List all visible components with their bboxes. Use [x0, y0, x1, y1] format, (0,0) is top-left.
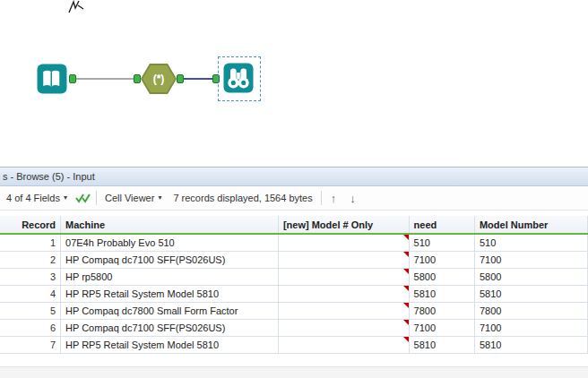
cell-warning-corner-icon	[403, 320, 409, 325]
record-number-cell[interactable]: 2	[0, 252, 61, 269]
need-cell[interactable]: 5800	[409, 269, 474, 286]
need-cell[interactable]: 7100	[409, 252, 474, 269]
model-only-cell[interactable]	[278, 320, 409, 337]
grid-header-row: RecordMachine[new] Model # OnlyneedModel…	[0, 216, 588, 234]
model-number-cell[interactable]: 510	[474, 234, 587, 252]
model-only-cell[interactable]	[278, 252, 409, 269]
machine-cell[interactable]: HP Compaq dc7800 Small Form Factor	[61, 303, 279, 320]
model-only-cell[interactable]	[278, 286, 409, 303]
regex-glyph: (*)	[143, 65, 175, 92]
binoculars-icon	[222, 62, 255, 94]
cell-viewer-label: Cell Viewer	[105, 193, 154, 203]
results-table: RecordMachine[new] Model # OnlyneedModel…	[0, 216, 588, 354]
column-header[interactable]: [new] Model # Only	[278, 216, 409, 234]
canvas-annotation-mark	[66, 0, 86, 13]
connection-input-regex[interactable]	[76, 78, 134, 80]
table-row[interactable]: 3HP rp580058005800	[0, 269, 588, 286]
fields-dropdown[interactable]: 4 of 4 Fields ▾	[3, 191, 71, 205]
model-only-cell[interactable]	[278, 269, 409, 286]
record-number-cell[interactable]: 3	[0, 269, 61, 286]
horizontal-scrollbar[interactable]	[0, 366, 588, 378]
model-number-cell[interactable]: 5810	[474, 337, 587, 354]
machine-cell[interactable]: HP RP5 Retail System Model 5810	[61, 286, 279, 303]
output-anchor[interactable]	[177, 74, 184, 83]
machine-cell[interactable]: HP Compaq dc7100 SFF(PS026US)	[61, 252, 279, 269]
records-info: 7 records displayed, 1564 bytes	[169, 193, 316, 203]
need-cell[interactable]: 7100	[409, 320, 474, 337]
model-number-cell[interactable]: 5800	[474, 269, 587, 286]
results-pane: s - Browse (5) - Input 4 of 4 Fields ▾ C…	[0, 167, 588, 378]
results-grid: RecordMachine[new] Model # OnlyneedModel…	[0, 216, 588, 354]
need-cell[interactable]: 7800	[409, 303, 474, 320]
record-number-cell[interactable]: 6	[0, 320, 61, 337]
machine-cell[interactable]: 07E4h Probably Evo 510	[61, 234, 279, 252]
model-only-cell[interactable]	[278, 234, 409, 252]
results-title: s - Browse (5) - Input	[3, 171, 95, 182]
toolbar-separator	[321, 191, 322, 205]
input-anchor[interactable]	[134, 74, 141, 83]
need-cell[interactable]: 5810	[409, 286, 474, 303]
chevron-down-icon: ▾	[158, 194, 161, 202]
need-cell[interactable]: 5810	[409, 337, 474, 354]
model-number-cell[interactable]: 7100	[474, 252, 587, 269]
column-header[interactable]: Record	[0, 216, 61, 234]
table-row[interactable]: 4HP RP5 Retail System Model 581058105810	[0, 286, 588, 303]
table-row[interactable]: 2HP Compaq dc7100 SFF(PS026US)71007100	[0, 252, 588, 269]
model-only-cell[interactable]	[278, 337, 409, 354]
record-number-cell[interactable]: 4	[0, 286, 61, 303]
connection-regex-browse-selected[interactable]	[184, 78, 212, 80]
cell-viewer-dropdown[interactable]: Cell Viewer ▾	[101, 191, 165, 205]
cell-warning-corner-icon	[403, 269, 409, 274]
table-row[interactable]: 6HP Compaq dc7100 SFF(PS026US)71007100	[0, 320, 588, 337]
table-row[interactable]: 107E4h Probably Evo 510510510	[0, 234, 588, 252]
column-header[interactable]: need	[409, 216, 474, 234]
machine-cell[interactable]: HP RP5 Retail System Model 5810	[61, 337, 279, 354]
model-number-cell[interactable]: 5810	[474, 286, 587, 303]
chevron-down-icon: ▾	[64, 194, 67, 202]
column-header[interactable]: Model Number	[474, 216, 587, 234]
grid-body: 107E4h Probably Evo 5105105102HP Compaq …	[0, 234, 588, 354]
cell-warning-corner-icon	[403, 303, 409, 308]
record-number-cell[interactable]: 5	[0, 303, 61, 320]
machine-cell[interactable]: HP Compaq dc7100 SFF(PS026US)	[61, 320, 279, 337]
results-toolbar: 4 of 4 Fields ▾ Cell Viewer ▾ 7 records …	[0, 186, 588, 210]
cell-warning-corner-icon	[403, 252, 409, 257]
cell-warning-corner-icon	[403, 337, 409, 342]
column-header[interactable]: Machine	[61, 216, 279, 234]
model-number-cell[interactable]: 7800	[474, 303, 587, 320]
record-number-cell[interactable]: 7	[0, 337, 61, 354]
machine-cell[interactable]: HP rp5800	[61, 269, 279, 286]
table-row[interactable]: 7HP RP5 Retail System Model 581058105810	[0, 337, 588, 354]
workflow-canvas[interactable]: (*)	[0, 0, 588, 167]
regex-tool[interactable]: (*)	[141, 64, 177, 94]
record-number-cell[interactable]: 1	[0, 234, 61, 252]
results-title-bar: s - Browse (5) - Input	[0, 167, 588, 186]
scroll-up-button[interactable]: ↑	[326, 192, 342, 205]
model-number-cell[interactable]: 7100	[474, 320, 587, 337]
output-anchor[interactable]	[69, 74, 76, 83]
toolbar-separator	[96, 191, 97, 205]
table-row[interactable]: 5HP Compaq dc7800 Small Form Factor78007…	[0, 303, 588, 320]
browse-tool[interactable]	[222, 62, 255, 94]
input-data-book-icon	[36, 63, 68, 95]
apply-double-check-icon[interactable]	[75, 193, 91, 203]
scroll-down-button[interactable]: ↓	[345, 192, 360, 205]
model-only-cell[interactable]	[278, 303, 409, 320]
need-cell[interactable]: 510	[409, 234, 474, 252]
input-data-tool[interactable]	[36, 63, 68, 95]
fields-dropdown-label: 4 of 4 Fields	[6, 193, 60, 203]
cell-warning-corner-icon	[403, 235, 409, 240]
cell-warning-corner-icon	[403, 286, 409, 291]
